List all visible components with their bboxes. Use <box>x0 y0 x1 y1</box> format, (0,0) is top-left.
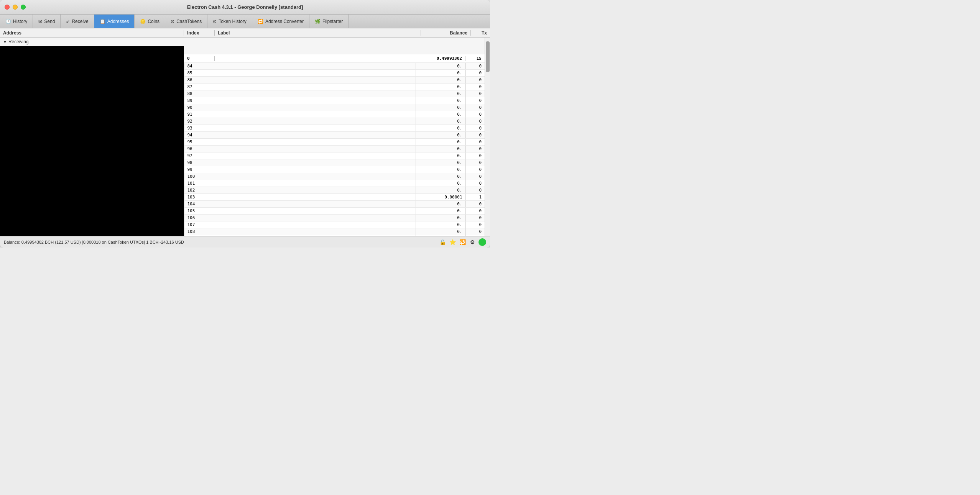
tx-cell: 0 <box>465 104 485 111</box>
tab-send[interactable]: ✉ Send <box>33 15 61 28</box>
balance-cell: 0. <box>416 118 465 125</box>
index-cell: 87 <box>184 84 215 90</box>
index-cell: 91 <box>184 111 215 118</box>
balance-cell: 0. <box>416 221 465 228</box>
tx-cell: 0 <box>465 118 485 125</box>
status-text: Balance: 0.49994302 BCH (121.57 USD) [0.… <box>4 240 184 244</box>
index-cell: 88 <box>184 90 215 97</box>
index-cell: 89 <box>184 97 215 104</box>
balance-cell: 0. <box>416 235 465 236</box>
index-cell: 101 <box>184 180 215 187</box>
index-cell: 108 <box>184 228 215 235</box>
tx-cell: 0 <box>465 159 485 166</box>
tab-cashtokens[interactable]: ⊙ CashTokens <box>165 15 207 28</box>
label-cell <box>215 84 416 90</box>
tab-addresses[interactable]: 📋 Addresses <box>94 15 135 28</box>
label-cell <box>215 187 416 194</box>
sync-icon: 🔁 <box>459 238 466 246</box>
lock-icon: 🔒 <box>439 238 446 246</box>
minimize-button[interactable] <box>13 5 18 10</box>
status-icons: 🔒 ⭐ 🔁 ⚙ <box>439 238 486 246</box>
label-cell <box>215 201 416 208</box>
balance-cell: 0. <box>416 152 465 159</box>
tab-history[interactable]: 🕐 History <box>0 15 33 28</box>
index-cell: 107 <box>184 221 215 228</box>
index-cell: 99 <box>184 166 215 173</box>
col-header-label[interactable]: Label <box>215 30 421 36</box>
label-cell <box>215 180 416 187</box>
index-cell: 95 <box>184 139 215 146</box>
tab-tokenhistory-label: Token History <box>219 19 247 24</box>
balance-cell: 0. <box>416 84 465 90</box>
label-cell <box>215 104 416 111</box>
addressconverter-icon: 🔁 <box>258 19 263 24</box>
balance-cell: 0. <box>416 63 465 70</box>
tab-addressconverter[interactable]: 🔁 Address Converter <box>252 15 309 28</box>
label-cell <box>215 139 416 146</box>
traffic-lights <box>5 5 26 10</box>
window-title: Electron Cash 4.3.1 - George Donnelly [s… <box>187 4 303 10</box>
index-cell: 109 <box>184 235 215 236</box>
label-cell <box>215 235 416 236</box>
scrollbar-thumb[interactable] <box>486 41 490 72</box>
index-cell: 106 <box>184 215 215 221</box>
main-window: Electron Cash 4.3.1 - George Donnelly [s… <box>0 0 490 248</box>
index-cell: 105 <box>184 208 215 215</box>
label-cell <box>215 146 416 152</box>
tab-receive[interactable]: ↙ Receive <box>61 15 94 28</box>
tab-receive-label: Receive <box>72 19 88 24</box>
addresses-icon: 📋 <box>100 19 105 24</box>
cashtokens-icon: ⊙ <box>171 19 174 24</box>
tx-cell: 0 <box>465 201 485 208</box>
close-button[interactable] <box>5 5 10 10</box>
balance-cell: 0. <box>416 90 465 97</box>
balance-cell: 0.00001 <box>416 194 465 201</box>
index-cell: 86 <box>184 77 215 84</box>
col-header-address[interactable]: Address <box>0 30 184 36</box>
tx-cell: 0 <box>465 235 485 236</box>
label-cell <box>215 152 416 159</box>
tab-tokenhistory[interactable]: ⊙ Token History <box>207 15 252 28</box>
table-area[interactable]: ▼ Receiving ▶ Used qphltzfypuy9ddlzge7lz… <box>0 38 485 236</box>
balance-cell: 0. <box>416 77 465 84</box>
tab-coins-label: Coins <box>148 19 159 24</box>
label-cell <box>215 118 416 125</box>
tokenhistory-icon: ⊙ <box>213 19 217 24</box>
balance-cell: 0. <box>416 125 465 132</box>
scrollbar[interactable] <box>485 38 490 236</box>
tab-addresses-label: Addresses <box>107 19 129 24</box>
tab-flipstarter[interactable]: 🌿 Flipstarter <box>309 15 349 28</box>
col-header-index[interactable]: Index <box>184 30 215 36</box>
maximize-button[interactable] <box>21 5 26 10</box>
label-cell <box>215 132 416 139</box>
index-cell: 90 <box>184 104 215 111</box>
balance-cell: 0. <box>416 180 465 187</box>
tab-bar: 🕐 History ✉ Send ↙ Receive 📋 Addresses 🪙… <box>0 15 490 28</box>
tree-group-receiving[interactable]: ▼ Receiving <box>0 38 485 46</box>
balance-cell: 0. <box>416 132 465 139</box>
tx-cell: 0 <box>465 166 485 173</box>
tx-cell: 0 <box>465 221 485 228</box>
balance-cell: 0. <box>416 208 465 215</box>
label-cell <box>215 111 416 118</box>
connection-indicator <box>478 238 486 246</box>
label-cell <box>215 77 416 84</box>
col-header-tx[interactable]: Tx <box>471 30 490 36</box>
tab-cashtokens-label: CashTokens <box>176 19 202 24</box>
label-cell <box>215 97 416 104</box>
coins-icon: 🪙 <box>140 19 146 24</box>
index-cell: 97 <box>184 152 215 159</box>
balance-cell: 0. <box>416 146 465 152</box>
index-cell: 94 <box>184 132 215 139</box>
col-header-balance[interactable]: Balance <box>421 30 471 36</box>
balance-cell: 0.49993302 <box>416 56 465 61</box>
label-cell <box>215 173 416 180</box>
tx-cell: 0 <box>465 228 485 235</box>
tx-cell: 0 <box>465 132 485 139</box>
tx-cell: 0 <box>465 208 485 215</box>
settings-icon: ⚙ <box>469 238 476 246</box>
tx-cell: 0 <box>465 97 485 104</box>
tab-coins[interactable]: 🪙 Coins <box>135 15 165 28</box>
tab-send-label: Send <box>44 19 55 24</box>
balance-cell: 0. <box>416 215 465 221</box>
